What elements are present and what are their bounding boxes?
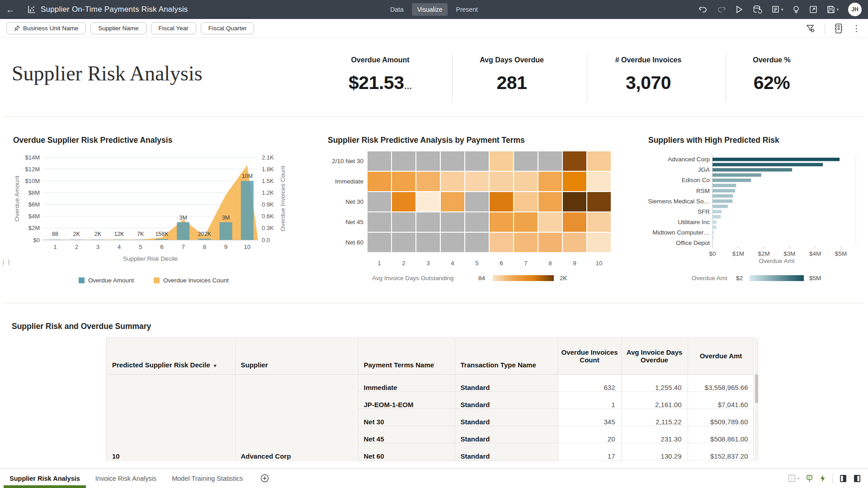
- cell-overdue-amt[interactable]: $3,558,965.66: [688, 374, 754, 391]
- cell-overdue-invoices[interactable]: 632: [558, 374, 621, 391]
- refresh-data-icon[interactable]: [752, 5, 762, 14]
- heatmap-cell-2-9[interactable]: [587, 192, 611, 212]
- cell-overdue-amt[interactable]: $509,789.60: [688, 408, 754, 426]
- canvas-tab-supplier-risk-analysis[interactable]: Supplier Risk Analysis: [4, 469, 86, 488]
- heatmap-cell-1-6[interactable]: [514, 171, 538, 192]
- panel-resize-handle[interactable]: ❘❘: [1, 258, 12, 265]
- heatmap-cell-0-6[interactable]: [514, 151, 538, 171]
- bar-decile-2[interactable]: [70, 239, 83, 240]
- heatmap-cell-0-3[interactable]: [440, 151, 465, 171]
- col-header-3[interactable]: Transaction Type Name: [455, 338, 558, 374]
- heatmap-cell-3-8[interactable]: [562, 212, 587, 232]
- cell-transaction-type[interactable]: Standard: [455, 443, 558, 460]
- col-header-0[interactable]: Predicted Supplier Risk Decile▼: [107, 338, 235, 374]
- bar-decile-8[interactable]: [198, 239, 211, 240]
- hbar-supplier-13[interactable]: [712, 225, 717, 229]
- insights-lightbulb-icon[interactable]: [793, 5, 800, 14]
- heatmap-cell-2-4[interactable]: [465, 192, 489, 212]
- cell-payment-terms[interactable]: Net 30: [358, 408, 455, 426]
- heatmap-cell-0-8[interactable]: [562, 151, 587, 171]
- heatmap-cell-3-4[interactable]: [465, 212, 489, 232]
- bar-decile-10[interactable]: [241, 181, 254, 240]
- cell-avg-days[interactable]: 130.29: [621, 443, 688, 460]
- cell-overdue-amt[interactable]: $7,041.60: [688, 391, 754, 408]
- heatmap-cell-1-2[interactable]: [416, 171, 440, 192]
- heatmap-cell-0-5[interactable]: [489, 151, 514, 171]
- cell-transaction-type[interactable]: Standard: [455, 426, 558, 443]
- heatmap-cell-4-3[interactable]: [440, 232, 465, 253]
- hbar-supplier-9[interactable]: [712, 205, 728, 208]
- hbar-supplier-12[interactable]: [712, 221, 717, 224]
- hbar-supplier-0[interactable]: [712, 158, 840, 161]
- add-canvas-icon[interactable]: [260, 469, 269, 488]
- kpi-tile--overdue-invoices[interactable]: # Overdue Invoices3,070: [599, 56, 698, 94]
- hbar-supplier-15[interactable]: [712, 236, 714, 239]
- table-scrollbar-thumb[interactable]: [755, 374, 758, 403]
- heatmap-cell-2-0[interactable]: [367, 192, 392, 212]
- heatmap-cell-2-6[interactable]: [514, 192, 538, 212]
- heatmap-cell-4-8[interactable]: [562, 232, 587, 253]
- cell-avg-days[interactable]: 2,161.00: [621, 391, 688, 408]
- bar-decile-7[interactable]: [177, 222, 189, 240]
- hbar-supplier-8[interactable]: [712, 199, 732, 203]
- hbar-supplier-7[interactable]: [712, 194, 733, 198]
- heatmap-cell-1-7[interactable]: [538, 171, 562, 192]
- hbar-supplier-16[interactable]: [712, 241, 713, 245]
- col-header-6[interactable]: Overdue Amt: [688, 338, 754, 374]
- cell-payment-terms[interactable]: JP-EOM-1-EOM: [358, 391, 455, 408]
- bar-decile-4[interactable]: [113, 239, 126, 240]
- bar-decile-6[interactable]: [156, 239, 168, 240]
- canvas-properties-icon[interactable]: [834, 23, 843, 34]
- heatmap-cell-3-1[interactable]: [392, 212, 416, 232]
- undo-icon[interactable]: [698, 5, 708, 14]
- cell-avg-days[interactable]: 231.30: [621, 426, 688, 443]
- filter-settings-icon[interactable]: [806, 23, 816, 33]
- filter-pill-business-unit-name[interactable]: Business Unit Name: [6, 22, 86, 34]
- cell-overdue-amt[interactable]: $508,861.00: [688, 426, 754, 443]
- hbar-supplier-11[interactable]: [712, 215, 721, 219]
- heatmap-cell-4-5[interactable]: [489, 232, 514, 253]
- notes-icon[interactable]: ▾: [772, 5, 783, 14]
- avatar[interactable]: JH: [848, 3, 862, 16]
- heatmap-cell-0-9[interactable]: [587, 151, 611, 171]
- heatmap-cell-1-5[interactable]: [489, 171, 514, 192]
- heatmap-cell-2-1[interactable]: [392, 192, 416, 212]
- heatmap-cell-1-4[interactable]: [465, 171, 489, 192]
- cell-overdue-invoices[interactable]: 17: [558, 443, 621, 460]
- heatmap-cell-3-0[interactable]: [367, 212, 392, 232]
- heatmap-cell-2-8[interactable]: [562, 192, 587, 212]
- mode-tab-present[interactable]: Present: [451, 3, 483, 16]
- canvas-layout-icon[interactable]: ▾: [788, 474, 799, 482]
- heatmap-cell-2-3[interactable]: [440, 192, 465, 212]
- canvas-tab-invoice-risk-analysis[interactable]: Invoice Risk Analysis: [90, 469, 162, 488]
- heatmap-cell-4-4[interactable]: [465, 232, 489, 253]
- heatmap-cell-2-7[interactable]: [538, 192, 562, 212]
- kpi-tile-overdue-[interactable]: Overdue %62%: [722, 56, 821, 94]
- hbar-supplier-14[interactable]: [712, 231, 714, 235]
- table-row-0[interactable]: 10Advanced CorpImmediateStandard6321,255…: [107, 374, 754, 391]
- hbar-supplier-2[interactable]: [712, 168, 792, 172]
- toggle-right-panel-icon[interactable]: [854, 474, 861, 483]
- cell-transaction-type[interactable]: Standard: [455, 391, 558, 408]
- heatmap-cell-4-9[interactable]: [587, 232, 611, 253]
- heatmap-cell-3-2[interactable]: [416, 212, 440, 232]
- redo-icon[interactable]: [717, 5, 726, 14]
- preview-play-icon[interactable]: [736, 5, 743, 14]
- heatmap-cell-3-3[interactable]: [440, 212, 465, 232]
- heatmap-cell-0-2[interactable]: [416, 151, 440, 171]
- heatmap-cell-1-8[interactable]: [562, 171, 587, 192]
- cell-payment-terms[interactable]: Immediate: [358, 374, 455, 391]
- col-header-2[interactable]: Payment Terms Name: [358, 338, 455, 374]
- toggle-left-panel-icon[interactable]: [840, 474, 847, 483]
- cell-overdue-invoices[interactable]: 345: [558, 408, 621, 426]
- heatmap-cell-0-1[interactable]: [392, 151, 416, 171]
- mode-tab-data[interactable]: Data: [385, 3, 409, 16]
- heatmap-cell-0-7[interactable]: [538, 151, 562, 171]
- kpi-tile-overdue-amount[interactable]: Overdue Amount$21.53…: [330, 56, 430, 94]
- heatmap-cell-3-6[interactable]: [514, 212, 538, 232]
- mode-tab-visualize[interactable]: Visualize: [412, 3, 448, 16]
- heatmap-cell-1-9[interactable]: [587, 171, 611, 192]
- back-icon[interactable]: ←: [0, 5, 21, 15]
- heatmap-cell-1-3[interactable]: [440, 171, 465, 192]
- heatmap-cell-0-0[interactable]: [367, 151, 392, 171]
